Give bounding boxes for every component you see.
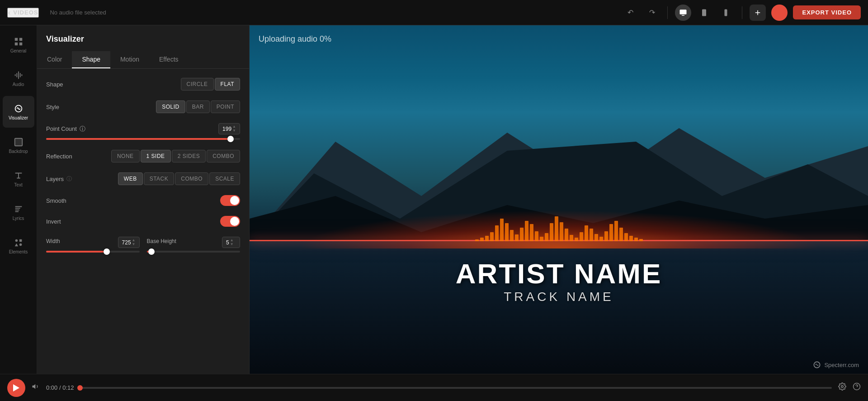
width-arrows: ▲ ▼ bbox=[132, 239, 136, 246]
sidebar-label-general: General bbox=[10, 48, 27, 53]
point-count-down[interactable]: ▼ bbox=[232, 129, 236, 133]
sidebar-label-visualizer: Visualizer bbox=[9, 115, 28, 120]
base-height-down[interactable]: ▼ bbox=[230, 243, 234, 246]
style-solid-btn[interactable]: SOLID bbox=[156, 100, 185, 113]
wave-bar bbox=[555, 216, 558, 241]
width-up[interactable]: ▲ bbox=[132, 239, 136, 242]
reflection-2sides-btn[interactable]: 2 SIDES bbox=[172, 150, 206, 162]
sidebar-item-lyrics[interactable]: Lyrics bbox=[3, 196, 34, 228]
help-button[interactable] bbox=[853, 382, 861, 393]
sidebar-item-backdrop[interactable]: Backdrop bbox=[3, 129, 34, 161]
wave-bar bbox=[480, 238, 484, 241]
volume-button[interactable] bbox=[32, 382, 40, 393]
tab-shape[interactable]: Shape bbox=[72, 51, 110, 68]
width-down[interactable]: ▼ bbox=[132, 243, 136, 246]
point-count-up[interactable]: ▲ bbox=[232, 125, 236, 129]
back-icon: ‹ bbox=[8, 9, 10, 17]
add-button[interactable] bbox=[750, 5, 766, 21]
svg-rect-6 bbox=[14, 42, 17, 45]
style-bar-btn[interactable]: BAR bbox=[186, 100, 210, 113]
shape-label: Shape bbox=[46, 81, 91, 88]
reflection-none-btn[interactable]: NONE bbox=[111, 150, 140, 162]
layers-help-icon[interactable]: ⓘ bbox=[66, 175, 72, 183]
layers-stack-btn[interactable]: STACK bbox=[144, 172, 175, 185]
wave-bar bbox=[530, 224, 533, 241]
redo-button[interactable]: ↷ bbox=[644, 5, 660, 21]
smooth-row: Smooth bbox=[46, 195, 240, 206]
svg-point-18 bbox=[19, 243, 22, 246]
invert-toggle[interactable] bbox=[220, 216, 240, 227]
invert-toggle-knob bbox=[230, 217, 239, 226]
reflection-combo-btn[interactable]: COMBO bbox=[207, 150, 240, 162]
style-point-btn[interactable]: POINT bbox=[211, 100, 240, 113]
preview-text: ARTIST NAME TRACK NAME bbox=[250, 258, 868, 304]
back-button[interactable]: ‹ VIDEOS bbox=[7, 8, 39, 18]
base-height-thumb bbox=[148, 248, 155, 255]
settings-icon bbox=[838, 382, 846, 391]
avatar-button[interactable] bbox=[771, 5, 788, 21]
smooth-label: Smooth bbox=[46, 197, 91, 204]
backdrop-icon bbox=[14, 137, 24, 147]
reflection-row: Reflection NONE 1 SIDE 2 SIDES COMBO bbox=[46, 150, 240, 162]
base-height-value: 5 bbox=[226, 239, 229, 246]
style-options: SOLID BAR POINT bbox=[91, 100, 240, 113]
wave-bar bbox=[585, 225, 588, 241]
base-height-value-box: 5 ▲ ▼ bbox=[222, 237, 240, 248]
smooth-toggle[interactable] bbox=[220, 195, 240, 206]
sidebar-item-elements[interactable]: Elements bbox=[3, 230, 34, 262]
text-icon bbox=[14, 171, 24, 181]
svg-marker-17 bbox=[14, 243, 18, 246]
settings-button[interactable] bbox=[838, 382, 846, 393]
undo-button[interactable]: ↶ bbox=[622, 5, 638, 21]
tab-effects[interactable]: Effects bbox=[149, 51, 189, 68]
layers-combo-btn[interactable]: COMBO bbox=[175, 172, 208, 185]
svg-rect-0 bbox=[680, 10, 687, 14]
base-height-up[interactable]: ▲ bbox=[230, 239, 234, 242]
reflection-1side-btn[interactable]: 1 SIDE bbox=[141, 150, 171, 162]
width-slider[interactable] bbox=[46, 251, 140, 253]
wave-bar bbox=[570, 235, 573, 241]
sidebar-item-audio[interactable]: Audio bbox=[3, 62, 34, 94]
reflection-options: NONE 1 SIDE 2 SIDES COMBO bbox=[91, 150, 240, 162]
sidebar-item-visualizer[interactable]: Visualizer bbox=[3, 96, 34, 128]
sidebar-label-backdrop: Backdrop bbox=[9, 149, 28, 154]
layout-desktop-button[interactable] bbox=[675, 5, 691, 21]
wave-bar bbox=[604, 231, 608, 241]
base-height-slider[interactable] bbox=[147, 251, 241, 253]
watermark-text: Specterr.com bbox=[824, 362, 859, 368]
sidebar-item-text[interactable]: Text bbox=[3, 163, 34, 195]
tablet-icon bbox=[701, 9, 709, 17]
smooth-toggle-knob bbox=[230, 196, 239, 205]
layout-tablet-button[interactable] bbox=[697, 5, 713, 21]
sidebar-item-general[interactable]: General bbox=[3, 29, 34, 61]
point-count-help-icon[interactable]: ⓘ bbox=[80, 125, 85, 133]
wave-bar bbox=[580, 232, 583, 241]
smooth-toggle-container bbox=[91, 195, 240, 206]
wave-bar bbox=[540, 237, 543, 241]
tab-color[interactable]: Color bbox=[37, 51, 72, 68]
export-button[interactable]: EXPORT VIDEO bbox=[793, 5, 861, 19]
play-icon bbox=[13, 384, 19, 391]
preview-area: ARTIST NAME TRACK NAME Specterr.com Uplo… bbox=[250, 25, 868, 374]
wave-bar bbox=[575, 238, 578, 241]
tab-motion[interactable]: Motion bbox=[110, 51, 149, 68]
upload-status: Uploading audio 0% bbox=[259, 34, 331, 44]
shape-flat-btn[interactable]: FLAT bbox=[215, 78, 240, 91]
point-count-header: Point Count ⓘ 199 ▲ ▼ bbox=[46, 123, 240, 134]
waveform bbox=[311, 214, 806, 241]
wave-bar bbox=[545, 233, 548, 241]
shape-btn-group: CIRCLE FLAT bbox=[181, 78, 240, 91]
invert-label: Invert bbox=[46, 218, 91, 225]
mobile-icon bbox=[722, 9, 731, 17]
layers-web-btn[interactable]: WEB bbox=[118, 172, 143, 185]
shape-circle-btn[interactable]: CIRCLE bbox=[181, 78, 214, 91]
svg-rect-1 bbox=[682, 15, 684, 16]
play-button[interactable] bbox=[7, 379, 25, 397]
point-count-slider[interactable] bbox=[46, 138, 240, 140]
lyrics-icon bbox=[14, 204, 24, 214]
sidebar-label-audio: Audio bbox=[13, 82, 24, 87]
layers-scale-btn[interactable]: SCALE bbox=[209, 172, 240, 185]
progress-bar[interactable] bbox=[80, 387, 832, 389]
layout-mobile-button[interactable] bbox=[718, 5, 735, 21]
svg-rect-7 bbox=[19, 42, 22, 45]
